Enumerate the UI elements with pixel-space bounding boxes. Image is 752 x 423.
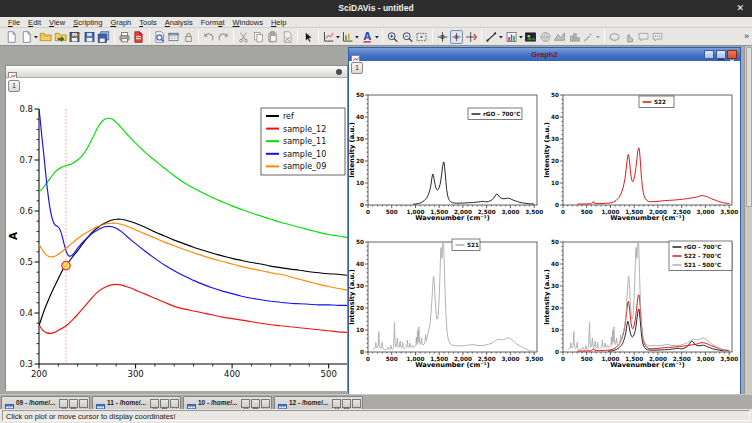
tab-maximize-button[interactable]: [251, 399, 260, 408]
raman-rgo-chart[interactable]: 05001,0001,5002,0002,5003,0003,500010203…: [349, 91, 545, 233]
project-explorer-icon[interactable]: [153, 30, 166, 44]
select-data-range-icon[interactable]: [465, 30, 478, 44]
tab-maximize-button[interactable]: [160, 399, 169, 408]
menu-analysis[interactable]: Analysis: [161, 18, 197, 27]
copy-icon[interactable]: [252, 30, 265, 44]
menu-tools[interactable]: Tools: [135, 18, 161, 27]
rescale-to-show-all-icon[interactable]: [415, 30, 428, 44]
menu-file[interactable]: File: [4, 18, 24, 27]
tab-restore-button[interactable]: [150, 399, 159, 408]
undo-icon[interactable]: [202, 30, 215, 44]
annotation-2-icon[interactable]: [651, 30, 664, 44]
data-reader-icon[interactable]: [450, 30, 463, 44]
tab-restore-button[interactable]: [241, 399, 250, 408]
tab-close-button[interactable]: [352, 399, 361, 408]
pointer-3d-icon[interactable]: [622, 30, 635, 44]
save-template-icon[interactable]: [97, 30, 110, 44]
new-legend-icon[interactable]: [341, 30, 359, 44]
pointer-icon[interactable]: [301, 30, 314, 44]
plot-wizard-icon[interactable]: [322, 30, 340, 44]
raman-overlay-chart[interactable]: 05001,0001,5002,0002,5003,0003,500010203…: [544, 238, 740, 380]
menu-edit[interactable]: Edit: [24, 18, 45, 27]
export-pdf-icon[interactable]: [132, 30, 145, 44]
tab-close-button[interactable]: [170, 399, 179, 408]
draw-ellipse-icon[interactable]: [608, 30, 621, 44]
menu-format[interactable]: Format: [197, 18, 229, 27]
uv-vis-chart[interactable]: 2003004005000.30.40.50.60.70.8Arefsample…: [6, 78, 347, 391]
window-close-button[interactable]: ✕: [736, 0, 744, 17]
paste-icon[interactable]: [266, 30, 279, 44]
zoom-out-icon[interactable]: [401, 30, 414, 44]
draw-line-icon[interactable]: [485, 30, 503, 44]
toolbar-overflow-chevron[interactable]: »: [744, 31, 749, 41]
import-ascii-icon[interactable]: [54, 30, 67, 44]
table-icon: [187, 399, 196, 408]
open-project-icon[interactable]: [39, 30, 52, 44]
graph2-titlebar[interactable]: Graph2: [349, 48, 740, 61]
uv-layer-button[interactable]: 1: [8, 80, 20, 92]
delete-selection-icon[interactable]: [281, 30, 294, 44]
taskbar-tab-4[interactable]: 12 - /home/...: [274, 396, 363, 410]
menu-help[interactable]: Help: [267, 18, 290, 27]
svg-text:3,500: 3,500: [525, 209, 543, 215]
lock-toolbars-icon[interactable]: [182, 30, 195, 44]
menu-view[interactable]: View: [45, 18, 69, 27]
svg-text:30: 30: [356, 136, 364, 142]
svg-text:sample_09: sample_09: [283, 162, 326, 171]
graph2-minimize-button[interactable]: [704, 50, 714, 59]
toolbar: A»: [0, 28, 752, 46]
add-curve-icon[interactable]: [505, 30, 523, 44]
zoom-in-icon[interactable]: [386, 30, 399, 44]
menu-windows[interactable]: Windows: [228, 18, 266, 27]
new-project-icon[interactable]: [5, 30, 18, 44]
tab-maximize-button[interactable]: [69, 399, 78, 408]
show-table-icon[interactable]: [167, 30, 180, 44]
annotation-1-icon[interactable]: [637, 30, 650, 44]
graph2-maximize-button[interactable]: [716, 50, 726, 59]
plot-3d-surface-icon[interactable]: [539, 30, 552, 44]
plot-3d-bars-icon[interactable]: [568, 30, 581, 44]
tab-maximize-button[interactable]: [342, 399, 351, 408]
svg-text:S22: S22: [654, 99, 666, 105]
graph2-layer-button[interactable]: 1: [351, 62, 363, 74]
taskbar-tab-3[interactable]: 10 - /home/...: [183, 396, 272, 410]
uv-plot-window[interactable]: 2003004005000.30.40.50.60.70.8Arefsample…: [5, 65, 348, 391]
tab-restore-button[interactable]: [332, 399, 341, 408]
titlebar[interactable]: SciDAVis - untitled ✕: [0, 0, 752, 17]
disable-tools-icon[interactable]: [436, 30, 449, 44]
graph2-close-button[interactable]: [727, 50, 737, 59]
scrollbar-thumb[interactable]: [746, 47, 752, 207]
graph2-window[interactable]: Graph2 05001,0001,5002,0002,5003,0003,50…: [348, 47, 741, 397]
svg-text:50: 50: [551, 239, 559, 245]
taskbar-tab-1[interactable]: 09 - /home/...: [1, 396, 90, 410]
plot-3d-trajectory-icon[interactable]: [553, 30, 566, 44]
svg-text:30: 30: [551, 283, 559, 289]
add-text-icon[interactable]: A: [361, 30, 379, 44]
svg-text:Wavenumber (cm⁻¹): Wavenumber (cm⁻¹): [610, 361, 684, 369]
tab-close-button[interactable]: [261, 399, 270, 408]
cut-icon[interactable]: [237, 30, 250, 44]
svg-text:50: 50: [356, 92, 364, 98]
taskbar-tab-2[interactable]: 11 - /home/...: [92, 396, 181, 410]
svg-text:S21 - 500°C: S21 - 500°C: [684, 262, 721, 268]
tab-restore-button[interactable]: [59, 399, 68, 408]
raman-s22-chart[interactable]: 05001,0001,5002,0002,5003,0003,500010203…: [544, 91, 740, 233]
save-project-icon[interactable]: [83, 30, 96, 44]
tab-close-button[interactable]: [79, 399, 88, 408]
add-image-icon[interactable]: [524, 30, 537, 44]
redo-icon[interactable]: [217, 30, 230, 44]
print-icon[interactable]: [118, 30, 131, 44]
svg-text:0: 0: [366, 209, 370, 215]
new-item-icon[interactable]: [20, 30, 38, 44]
raman-s21-chart[interactable]: 05001,0001,5002,0002,5003,0003,500010203…: [349, 238, 545, 380]
uv-plot-window-titlebar[interactable]: [6, 66, 347, 78]
graph2-body: 05001,0001,5002,0002,5003,0003,500010203…: [349, 61, 740, 396]
vertical-scrollbar[interactable]: [744, 46, 752, 394]
save-project-as-icon[interactable]: [68, 30, 81, 44]
svg-text:3,500: 3,500: [720, 356, 738, 362]
svg-text:500: 500: [321, 369, 337, 379]
svg-text:Intensity (a.u.): Intensity (a.u.): [544, 269, 551, 325]
menu-scripting[interactable]: Scripting: [69, 18, 106, 27]
menu-graph[interactable]: Graph: [106, 18, 135, 27]
animation-icon[interactable]: [582, 30, 600, 44]
